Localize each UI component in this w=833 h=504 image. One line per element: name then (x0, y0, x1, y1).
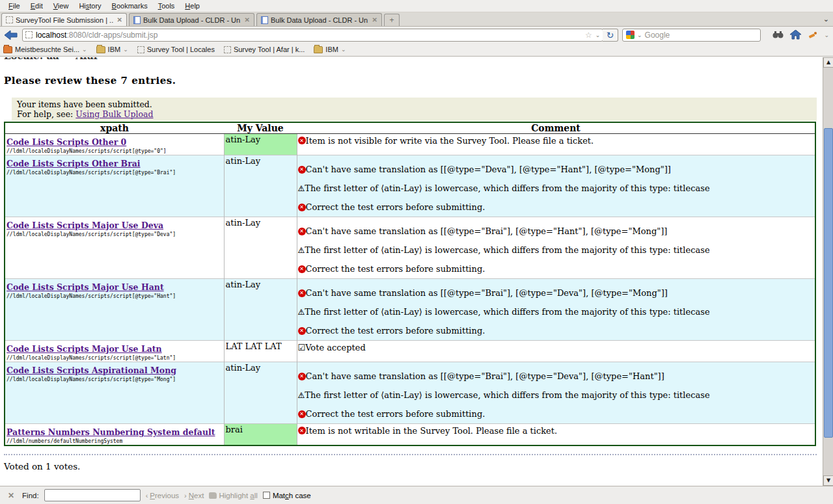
menu-view[interactable]: View (49, 1, 74, 11)
xpath-link[interactable]: Code Lists Scripts Major Use Latn (7, 344, 162, 354)
xpath-value: //ldml/localeDisplayNames/scripts/script… (7, 293, 224, 299)
find-next-button[interactable]: ›Next (184, 492, 204, 499)
clipped-heading: Locale: aa — Afar (4, 57, 823, 63)
highlight-all-button[interactable]: Highlight all (209, 492, 257, 499)
table-row: Code Lists Scripts Other Brai//ldml/loca… (5, 155, 815, 217)
vote-accepted-checkbox-icon: ☑ (298, 343, 306, 352)
page-title: Please review these 7 entries. (4, 75, 823, 86)
warning-icon: ⚠ (298, 391, 305, 399)
extension-icon[interactable] (808, 31, 817, 40)
url-bar[interactable]: localhost:8080/cldr-apps/submit.jsp ☆ ⌄ (22, 29, 603, 42)
error-icon: ✕ (298, 289, 306, 297)
browser-tab-3[interactable]: Bulk Data Upload - CLDR - Un...✕ (256, 13, 382, 26)
reload-button[interactable]: ↻ (603, 29, 618, 42)
next-chevron-icon: › (184, 492, 187, 499)
bookmark-item-3[interactable]: Survey Tool | Locales (137, 46, 215, 53)
comment-line: ✕Item is not visible for write via the S… (298, 134, 815, 147)
menu-file[interactable]: File (4, 1, 25, 11)
match-case-toggle[interactable]: Match case (263, 492, 311, 499)
comment-line: ⚠The first letter of ⟨atin-Lay⟩ is lower… (298, 302, 815, 321)
highlighter-icon (209, 492, 217, 499)
google-search-engine-icon[interactable] (626, 31, 635, 39)
bookmark-item-5[interactable]: IBM⌄ (314, 46, 346, 53)
find-input[interactable] (44, 489, 141, 501)
bookmark-label: Survey Tool | Afar | k... (234, 46, 305, 53)
bookmark-item-4[interactable]: Survey Tool | Afar | k... (224, 46, 305, 53)
xpath-value: //ldml/numbers/defaultNumberingSystem (7, 438, 224, 444)
xpath-link[interactable]: Code Lists Scripts Other 0 (7, 137, 126, 147)
bookmark-dropdown-icon[interactable]: ⌄ (82, 46, 87, 53)
using-bulk-upload-link[interactable]: Using Bulk Upload (75, 109, 153, 119)
menu-bar: FileEditViewHistoryBookmarksToolsHelp (0, 0, 833, 12)
list-all-tabs-icon[interactable]: ⌄ (823, 15, 829, 23)
new-tab-button[interactable]: + (384, 14, 400, 26)
comment-text: Correct the test errors before submittin… (306, 409, 485, 419)
xpath-link[interactable]: Patterns Numbers Numbering System defaul… (7, 427, 215, 437)
menu-bookmarks[interactable]: Bookmarks (107, 1, 152, 11)
error-icon: ✕ (298, 228, 306, 235)
search-placeholder[interactable]: Google (645, 31, 758, 40)
tab-close-icon[interactable]: ✕ (243, 16, 251, 23)
scroll-up-icon[interactable]: ▲ (823, 57, 833, 68)
xpath-link[interactable]: Code Lists Scripts Other Brai (7, 159, 141, 168)
comment-line: ☑Vote accepted (298, 341, 815, 354)
toolbar-overflow-icon[interactable]: ⌄ (824, 32, 829, 38)
back-button[interactable] (4, 29, 18, 41)
vertical-scrollbar[interactable]: ▲ ▼ (823, 57, 833, 486)
xpath-link[interactable]: Code Lists Scripts Aspirational Mong (7, 365, 176, 375)
browser-tab-2[interactable]: Bulk Data Upload - CLDR - Un...✕ (129, 13, 254, 26)
warning-icon: ⚠ (298, 308, 305, 316)
bookmark-favicon (137, 46, 144, 53)
bookmark-star-icon[interactable]: ☆ (585, 31, 592, 40)
error-icon: ✕ (298, 265, 306, 273)
table-row: Patterns Numbers Numbering System defaul… (5, 424, 815, 446)
browser-tab-1[interactable]: SurveyTool File Submission | ...✕ (1, 13, 127, 26)
url-text[interactable]: localhost:8080/cldr-apps/submit.jsp (36, 31, 582, 40)
search-engine-dropdown-icon[interactable]: ⌄ (637, 32, 642, 38)
comment-line: ✕Item is not writable in the Survey Tool… (298, 424, 815, 437)
vote-summary: Voted on 1 votes. (4, 461, 823, 471)
comment-text: Can't have same translation as [[@type="… (306, 288, 668, 298)
comment-line: ✕Correct the test errors before submitti… (298, 259, 815, 278)
menu-history[interactable]: History (74, 1, 105, 11)
scrollbar-thumb[interactable] (824, 128, 833, 438)
bookmark-item-2[interactable]: IBM⌄ (96, 46, 128, 53)
menu-tools[interactable]: Tools (154, 1, 180, 11)
menu-help[interactable]: Help (180, 1, 204, 11)
error-icon: ✕ (298, 427, 306, 434)
match-case-checkbox[interactable] (263, 492, 270, 499)
home-icon[interactable] (790, 30, 801, 40)
submission-notice: Your items have been submitted. For help… (12, 98, 817, 121)
menu-edit[interactable]: Edit (26, 1, 48, 11)
bookmark-item-1[interactable]: Meistbesuchte Sei...⌄ (3, 46, 87, 53)
comment-cell: ✕Can't have same translation as [[@type=… (297, 362, 815, 424)
search-box[interactable]: ⌄ Google (622, 29, 761, 42)
tab-close-icon[interactable]: ✕ (371, 16, 379, 23)
url-dropdown-icon[interactable]: ⌄ (595, 32, 601, 38)
findbar-close-icon[interactable]: ✕ (5, 491, 17, 500)
xpath-link[interactable]: Code Lists Scripts Major Use Hant (7, 282, 164, 292)
folder-icon (314, 46, 323, 53)
error-icon: ✕ (298, 137, 306, 144)
comment-text: The first letter of ⟨atin-Lay⟩ is lowerc… (305, 183, 709, 193)
bookmark-dropdown-icon[interactable]: ⌄ (123, 46, 128, 53)
comment-line: ✕Can't have same translation as [[@type=… (298, 160, 815, 179)
comment-line: ✕Can't have same translation as [[@type=… (298, 367, 815, 386)
find-previous-button[interactable]: ‹Previous (146, 492, 179, 499)
my-value-cell: atin-Lay (224, 134, 297, 155)
xpath-link[interactable]: Code Lists Scripts Major Use Deva (7, 220, 163, 230)
tab-close-icon[interactable]: ✕ (116, 16, 124, 23)
table-row: Code Lists Scripts Major Use Hant//ldml/… (5, 279, 815, 341)
table-row: Code Lists Scripts Aspirational Mong//ld… (5, 362, 815, 424)
dotted-separator (4, 454, 817, 455)
scroll-down-icon[interactable]: ▼ (823, 475, 833, 486)
binoculars-icon[interactable] (772, 31, 784, 39)
comment-line: ✕Can't have same translation as [[@type=… (298, 284, 815, 302)
bookmark-label: Survey Tool | Locales (147, 46, 215, 53)
notice-line2: For help, see: Using Bulk Upload (17, 109, 817, 119)
my-value-cell: atin-Lay (224, 362, 297, 424)
column-header-my-value: My Value (224, 122, 297, 134)
comment-text: The first letter of ⟨atin-Lay⟩ is lowerc… (305, 390, 709, 400)
column-header-xpath: xpath (5, 122, 224, 134)
bookmark-dropdown-icon[interactable]: ⌄ (341, 46, 346, 53)
